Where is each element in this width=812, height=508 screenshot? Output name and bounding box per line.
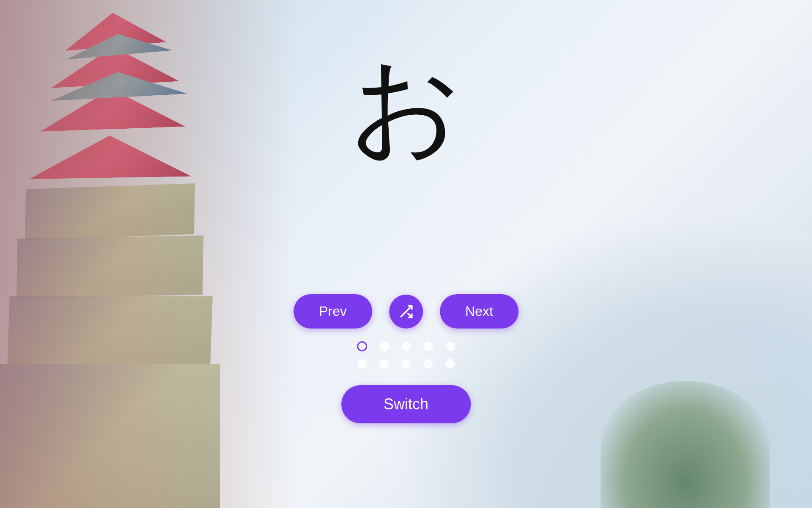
switch-button[interactable]: Switch: [341, 385, 471, 423]
controls-container: Prev Next Switch: [294, 294, 518, 423]
dot-1-1[interactable]: [357, 341, 367, 351]
trees-overlay: [601, 381, 770, 508]
dot-1-5[interactable]: [446, 342, 455, 351]
dots-row-2: [357, 359, 455, 368]
pagoda-overlay: [0, 0, 296, 508]
dot-1-2[interactable]: [380, 342, 389, 351]
dot-2-2[interactable]: [379, 359, 389, 368]
dot-2-5[interactable]: [445, 359, 455, 368]
shuffle-icon: [398, 304, 414, 319]
nav-buttons-row: Prev Next: [294, 294, 518, 329]
dot-1-3[interactable]: [402, 342, 411, 351]
dot-2-1[interactable]: [357, 359, 367, 368]
dot-1-4[interactable]: [424, 342, 433, 351]
dot-2-4[interactable]: [423, 359, 433, 368]
prev-button[interactable]: Prev: [294, 294, 372, 329]
next-button[interactable]: Next: [440, 294, 518, 329]
shuffle-button[interactable]: [389, 295, 423, 329]
dots-container: [357, 341, 455, 368]
hiragana-character: お: [350, 51, 462, 161]
dot-2-3[interactable]: [401, 359, 411, 368]
dots-row-1: [357, 341, 455, 351]
